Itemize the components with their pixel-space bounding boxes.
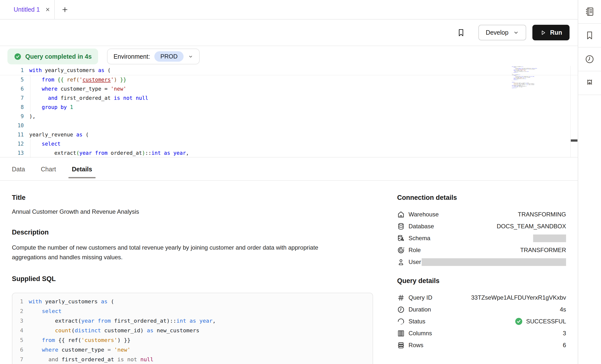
tab-title: Untitled 1	[14, 6, 40, 13]
detail-row-role: RoleTRANSFORMER	[397, 244, 566, 256]
run-label: Run	[550, 29, 562, 36]
title-value: Annual Customer Growth and Revenue Analy…	[12, 208, 374, 215]
main-column: Untitled 1 Develop Run	[0, 0, 578, 364]
warehouse-icon	[397, 211, 405, 218]
rail-button-clock-history[interactable]	[578, 48, 601, 71]
detail-row-duration: Duration4s	[397, 304, 566, 315]
code-line: 5 from {{ ref('customers') }}	[12, 335, 373, 345]
detail-row-rows: Rows6	[397, 339, 566, 351]
detail-label: Query ID	[409, 294, 432, 301]
connection-details-rows: WarehouseTRANSFORMINGDatabaseDOCS_TEAM_S…	[397, 208, 566, 268]
code-line: 4 count(distinct customer_id) as new_cus…	[12, 326, 373, 335]
environment-select[interactable]: Environment: PROD	[107, 49, 200, 64]
code-line: 8 group by 1	[0, 103, 578, 112]
clock-history-icon	[585, 54, 595, 64]
details-pane: Title Annual Customer Growth and Revenue…	[12, 181, 374, 364]
bookmark-icon[interactable]	[457, 28, 465, 37]
spinner-icon	[397, 318, 405, 325]
close-icon[interactable]	[45, 7, 51, 12]
editor-scrollbar-thumb[interactable]	[571, 139, 577, 142]
detail-row-user: User	[397, 256, 566, 268]
new-tab-button[interactable]	[61, 6, 68, 13]
supplied-sql-heading: Supplied SQL	[12, 275, 374, 283]
code-line: 7 and first_ordered_at is not null	[12, 355, 373, 364]
bookmark-icon	[585, 30, 595, 40]
description-value: Compute the number of new customers and …	[12, 243, 345, 262]
tab-details[interactable]: Details	[70, 158, 94, 180]
develop-button[interactable]: Develop	[478, 25, 526, 40]
redacted-value	[533, 234, 566, 242]
code-line: 7 and first_ordered_at is not null	[0, 94, 578, 103]
detail-label: User	[409, 259, 421, 265]
check-circle-icon	[14, 53, 22, 60]
detail-label: Duration	[409, 306, 431, 313]
supplied-sql-block: 1with yearly_customers as (2 select3 ext…	[12, 293, 373, 364]
code-line: 9),	[0, 112, 578, 121]
detail-label: Database	[409, 223, 434, 230]
code-line: 13 extract(year from ordered_at)::int as…	[0, 149, 578, 158]
chevron-down-icon	[188, 54, 193, 59]
description-heading: Description	[12, 228, 374, 236]
run-button[interactable]: Run	[532, 25, 570, 40]
user-icon	[397, 258, 405, 266]
detail-label: Role	[409, 247, 421, 254]
detail-row-warehouse: WarehouseTRANSFORMING	[397, 208, 566, 220]
rail-button-bookmark[interactable]	[578, 24, 601, 48]
query-status-row: Query completed in 4s Environment: PROD	[7, 49, 200, 64]
detail-label: Status	[409, 318, 425, 325]
tab-untitled-1[interactable]: Untitled 1	[0, 0, 55, 19]
detail-value: 4s	[560, 306, 566, 313]
detail-value: 6	[563, 342, 566, 349]
detail-value: DOCS_TEAM_SANDBOX	[497, 223, 566, 230]
database-icon	[397, 223, 405, 230]
role-icon	[397, 246, 405, 254]
code-line: 10	[0, 121, 578, 130]
detail-label: Warehouse	[409, 211, 439, 218]
editor-header: Develop Run	[0, 20, 578, 46]
rail-button-notebook[interactable]	[578, 0, 601, 24]
connection-details-heading: Connection details	[397, 194, 566, 202]
query-details-rows: Query ID33TZseWpe1ALFDUYerxR1gVKxbvDurat…	[397, 292, 566, 351]
detail-value: TRANSFORMING	[518, 211, 566, 218]
chevron-down-icon	[513, 30, 519, 35]
code-line: 1with yearly_customers as (	[12, 297, 373, 306]
code-line: 6 where customer_type = 'new'	[0, 84, 578, 94]
result-tabs: DataChartDetails	[0, 158, 578, 181]
detail-row-status: StatusSUCCESSFUL	[397, 315, 566, 327]
query-status-text: Query completed in 4s	[25, 53, 92, 60]
detail-row-columns: Columns3	[397, 327, 566, 339]
query-details-heading: Query details	[397, 277, 566, 285]
code-line: 2 select	[12, 306, 373, 316]
details-sidebar: Connection details WarehouseTRANSFORMING…	[397, 181, 566, 351]
detail-value: 33TZseWpe1ALFDUYerxR1gVKxbv	[471, 294, 566, 301]
play-icon	[540, 29, 546, 36]
code-line: 3 extract(year from first_ordered_at)::i…	[12, 316, 373, 326]
detail-value: SUCCESSFUL	[515, 317, 566, 326]
detail-label: Schema	[409, 235, 430, 242]
right-icon-rail	[578, 0, 601, 364]
editor-minimap[interactable]: with yearly_customers as ( select extrac…	[512, 66, 543, 89]
editor-scrollbar[interactable]	[570, 66, 578, 157]
rows-icon	[397, 341, 405, 349]
tab-data[interactable]: Data	[10, 158, 27, 180]
editor-tabbar: Untitled 1	[0, 0, 578, 20]
detail-label: Columns	[409, 330, 432, 337]
rail-button-canvas[interactable]	[578, 71, 601, 95]
detail-row-database: DatabaseDOCS_TEAM_SANDBOX	[397, 220, 566, 232]
schema-icon	[397, 234, 405, 242]
sql-editor[interactable]: 1with yearly_customers as ( 5 from {{ re…	[0, 66, 578, 157]
canvas-icon	[585, 78, 595, 88]
columns-icon	[397, 330, 405, 337]
code-line: 1with yearly_customers as (	[0, 66, 578, 75]
query-status-badge: Query completed in 4s	[7, 49, 98, 64]
tab-chart[interactable]: Chart	[39, 158, 57, 180]
environment-label: Environment:	[113, 53, 150, 60]
redacted-value	[422, 258, 566, 266]
detail-value: TRANSFORMER	[520, 247, 566, 254]
clock-icon	[397, 306, 405, 313]
detail-value: 3	[563, 330, 566, 337]
detail-row-query-id: Query ID33TZseWpe1ALFDUYerxR1gVKxbv	[397, 292, 566, 304]
code-line: 5 from {{ ref('customers') }}	[0, 75, 578, 84]
title-heading: Title	[12, 194, 374, 202]
develop-label: Develop	[486, 29, 509, 36]
